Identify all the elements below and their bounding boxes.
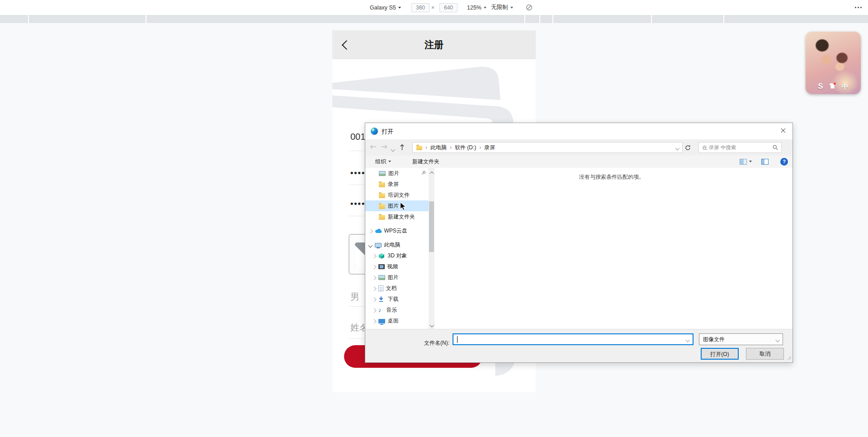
breadcrumb-drive-d[interactable]: 软件 (D:): [455, 144, 476, 152]
filename-label: 文件名(N):: [424, 339, 449, 347]
dialog-footer: 文件名(N): 图像文件 打开(O) 取消: [365, 329, 793, 362]
scroll-up-icon[interactable]: [430, 170, 434, 176]
more-options-icon[interactable]: [855, 0, 862, 15]
media-query-separator: [651, 15, 652, 23]
search-input[interactable]: 在 录屏 中搜索: [698, 142, 782, 153]
cancel-button[interactable]: 取消: [746, 348, 784, 360]
page-title: 注册: [332, 38, 536, 51]
tree-item-videos[interactable]: 视频: [365, 261, 429, 272]
chevron-down-icon: [388, 161, 391, 162]
help-button[interactable]: ?: [780, 156, 788, 167]
gender-select[interactable]: 男: [350, 291, 359, 303]
viewport-height-input[interactable]: 640: [439, 3, 458, 12]
dialog-toolbar: 组织 新建文件夹 ?: [365, 156, 793, 168]
breadcrumb-dropdown-icon[interactable]: [676, 144, 679, 151]
pin-icon: [421, 170, 426, 176]
tree-item-label: WPS云盘: [384, 227, 407, 235]
up-arrow-icon[interactable]: [400, 144, 405, 152]
search-placeholder: 在 录屏 中搜索: [702, 144, 773, 151]
tree-item-new-folder[interactable]: 新建文件夹: [365, 211, 429, 222]
rotate-disabled-icon[interactable]: [526, 0, 533, 15]
filename-input[interactable]: [453, 333, 693, 345]
media-query-bar[interactable]: [0, 15, 868, 23]
tree-item-desktop[interactable]: 桌面: [365, 315, 429, 326]
empty-message: 没有与搜索条件匹配的项。: [579, 173, 644, 181]
tree-item-training-files[interactable]: 培训文件: [365, 190, 429, 200]
ime-logo[interactable]: S: [818, 82, 823, 91]
account-input[interactable]: 001: [350, 132, 365, 142]
chevron-right-icon[interactable]: [373, 274, 376, 280]
chevron-down-icon: [510, 7, 513, 9]
chevron-right-icon[interactable]: [369, 228, 372, 234]
times-separator: ×: [431, 0, 434, 15]
back-arrow-icon[interactable]: [370, 144, 377, 151]
chevron-right-icon[interactable]: [373, 252, 376, 259]
view-mode-button[interactable]: [740, 156, 752, 167]
pictures-icon: [378, 275, 385, 280]
scrollbar-thumb[interactable]: [429, 201, 434, 252]
chevron-right-icon[interactable]: [373, 296, 376, 302]
ime-skin-icon[interactable]: [829, 82, 836, 91]
zoom-selector[interactable]: 125%: [467, 0, 486, 15]
music-icon: [378, 307, 384, 313]
videos-icon: [378, 264, 385, 269]
chevron-down-icon: [398, 7, 401, 9]
breadcrumb-separator: ›: [425, 144, 427, 151]
history-dropdown-icon[interactable]: [392, 146, 395, 152]
throttling-selector[interactable]: 无限制: [491, 0, 513, 15]
folder-icon: [379, 193, 385, 198]
refresh-icon[interactable]: [685, 145, 691, 152]
pictures-icon: [379, 171, 386, 176]
folder-icon: [379, 182, 385, 187]
ime-status-bar: S 中: [806, 82, 861, 91]
filename-dropdown-icon[interactable]: [686, 336, 689, 342]
3d-object-icon: [378, 253, 385, 259]
breadcrumb-this-pc[interactable]: 此电脑: [430, 144, 447, 152]
chevron-right-icon[interactable]: [373, 263, 376, 270]
folder-icon: [379, 204, 385, 209]
tree-item-downloads[interactable]: 下载: [365, 294, 429, 304]
forward-arrow-icon[interactable]: [381, 144, 387, 151]
media-query-separator: [146, 15, 146, 23]
tree-item-music[interactable]: 音乐: [365, 304, 429, 315]
filetype-value: 图像文件: [703, 336, 725, 343]
new-folder-button[interactable]: 新建文件夹: [412, 156, 439, 167]
organize-menu[interactable]: 组织: [375, 156, 391, 167]
page-header: 注册: [332, 30, 536, 59]
organize-label: 组织: [375, 158, 386, 166]
dialog-content: 图片 录屏 培训文件 图片: [365, 168, 793, 330]
tree-item-3d-objects[interactable]: 3D 对象: [365, 250, 429, 261]
breadcrumb-current-folder[interactable]: 录屏: [484, 144, 495, 152]
open-button[interactable]: 打开(O): [701, 348, 739, 360]
tree-item-documents[interactable]: 文档: [365, 283, 429, 294]
chevron-down-icon[interactable]: [369, 242, 372, 248]
navigation-bar: › 此电脑 › 软件 (D:) › 录屏 在 录屏 中搜索: [365, 139, 793, 156]
chevron-right-icon[interactable]: [373, 285, 376, 291]
tree-item-label: 新建文件夹: [388, 213, 415, 221]
tree-scrollbar[interactable]: [429, 168, 434, 330]
breadcrumb[interactable]: › 此电脑 › 软件 (D:) › 录屏: [412, 142, 683, 153]
tree-item-wps-cloud[interactable]: WPS云盘: [365, 225, 429, 236]
chevron-right-icon[interactable]: [373, 318, 376, 324]
viewport-width-input[interactable]: 360: [411, 3, 429, 12]
file-list-area[interactable]: 没有与搜索条件匹配的项。: [434, 168, 793, 330]
chevron-right-icon[interactable]: [373, 307, 376, 313]
tree-item-luping[interactable]: 录屏: [365, 179, 429, 190]
tree-item-this-pc[interactable]: 此电脑: [365, 239, 429, 250]
filetype-select[interactable]: 图像文件: [699, 333, 783, 345]
chevron-down-icon: [484, 7, 486, 9]
preview-pane-button[interactable]: [761, 156, 769, 167]
scroll-down-icon[interactable]: [430, 321, 434, 328]
close-icon[interactable]: [780, 127, 787, 134]
tree-item-pictures-folder[interactable]: 图片: [365, 200, 429, 211]
dialog-title-bar[interactable]: 打开: [365, 123, 793, 139]
ime-widget[interactable]: S 中: [806, 32, 861, 94]
folder-icon: [379, 215, 385, 220]
tree-item-pictures-pinned[interactable]: 图片: [365, 168, 429, 179]
tree-item-pictures[interactable]: 图片: [365, 272, 429, 283]
tree-item-label: 录屏: [388, 180, 399, 188]
tree-item-label: 音乐: [387, 306, 397, 314]
resize-grip[interactable]: [787, 355, 792, 361]
device-selector[interactable]: Galaxy S5: [370, 0, 401, 15]
ime-mode-chinese[interactable]: 中: [842, 82, 849, 91]
